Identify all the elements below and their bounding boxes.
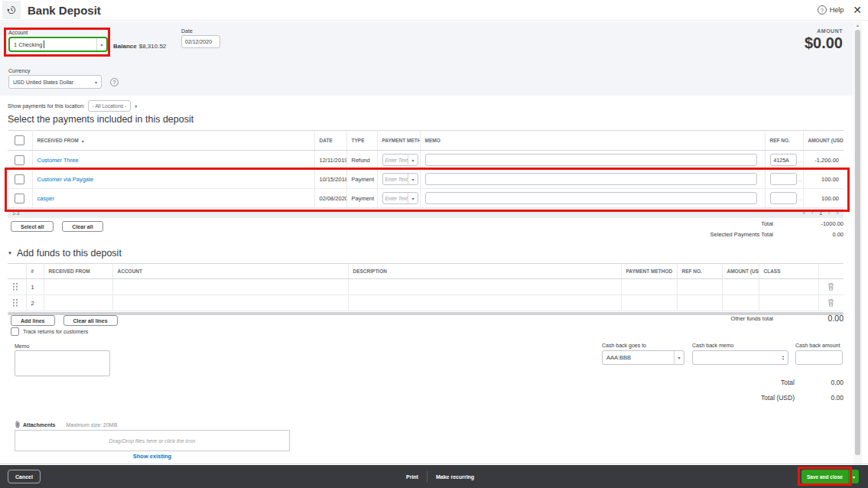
account-cell[interactable] — [112, 279, 348, 295]
scrollbar-thumb[interactable] — [855, 30, 860, 455]
add-funds-row[interactable]: 1 — [8, 279, 844, 295]
chevron-down-icon[interactable]: ▾ — [96, 38, 106, 50]
page-title: Bank Deposit — [28, 4, 101, 17]
clear-all-lines-button[interactable]: Clear all lines — [63, 315, 118, 326]
description-cell[interactable] — [348, 295, 621, 311]
ref-no-cell[interactable] — [677, 295, 722, 311]
account-cell[interactable] — [112, 295, 348, 311]
customer-link[interactable]: Customer via Paygate — [37, 176, 94, 183]
class-cell[interactable] — [759, 279, 818, 295]
cash-back-amount-input[interactable] — [795, 350, 843, 365]
ref-no-input[interactable] — [770, 192, 797, 204]
page-prev-icon[interactable]: ‹ — [811, 210, 813, 216]
spinner-down-icon[interactable]: ▼ — [782, 358, 785, 361]
description-cell[interactable] — [348, 279, 621, 295]
balance-line: Balance$8,310.52 — [113, 43, 166, 50]
cancel-button[interactable]: Cancel — [8, 470, 41, 483]
row-checkbox[interactable] — [15, 174, 24, 184]
payment-date: 02/08/2020 — [314, 189, 346, 208]
ref-no-cell[interactable] — [677, 279, 722, 295]
add-funds-row[interactable]: 2 — [8, 295, 844, 311]
received-from-cell[interactable] — [44, 295, 112, 311]
scroll-up-icon[interactable]: ▲ — [853, 23, 862, 28]
col-received-from[interactable]: RECEIVED FROM▲ — [32, 131, 314, 151]
save-options-caret-icon[interactable]: ▾ — [849, 470, 859, 483]
row-checkbox[interactable] — [15, 194, 24, 203]
print-button[interactable]: Print — [398, 474, 427, 480]
cash-back-memo-input[interactable]: ▲ ▼ — [692, 350, 788, 365]
attachments-dropzone[interactable]: Drag/Drop files here or click the icon — [15, 430, 290, 451]
add-funds-heading[interactable]: ▼Add funds to this deposit — [8, 248, 122, 259]
chevron-down-icon[interactable]: ▾ — [91, 76, 101, 88]
more-dots: .. — [798, 177, 803, 182]
page-next-icon[interactable]: › — [828, 210, 830, 216]
trash-icon[interactable] — [827, 282, 834, 291]
location-select[interactable]: - All Locations - — [88, 100, 131, 112]
cash-back-goes-to-label: Cash back goes to — [602, 343, 684, 348]
payment-method-select[interactable]: Enter Text▾ — [382, 192, 418, 204]
save-and-close-button[interactable]: Save and close — [801, 470, 848, 483]
balance-value: $8,310.52 — [139, 43, 167, 50]
col-date[interactable]: DATE — [314, 131, 346, 151]
memo-input[interactable] — [425, 154, 757, 166]
chevron-down-icon[interactable]: ▾ — [674, 351, 684, 364]
col-payment-method: PAYMENT METHOD — [621, 264, 677, 279]
chevron-down-icon[interactable]: ▾ — [408, 174, 418, 184]
help-link[interactable]: Help — [830, 6, 844, 14]
collapse-arrow-icon[interactable]: ▼ — [8, 251, 12, 255]
page-last-icon[interactable]: » — [836, 210, 839, 216]
class-cell[interactable] — [759, 295, 818, 311]
amount-cell[interactable] — [722, 295, 759, 311]
payment-method-select[interactable]: Enter Text▾ — [382, 173, 418, 185]
payment-type: Refund — [346, 151, 377, 170]
page-number[interactable]: 1 — [819, 210, 822, 216]
chevron-down-icon[interactable]: ▾ — [408, 155, 418, 165]
add-lines-button[interactable]: Add lines — [11, 315, 55, 326]
received-from-cell[interactable] — [44, 279, 112, 295]
currency-select[interactable]: USD United States Dollar ▾ — [8, 75, 102, 89]
select-all-checkbox[interactable] — [15, 135, 24, 145]
memo-input[interactable] — [425, 192, 757, 204]
currency-help-icon[interactable]: ? — [110, 78, 119, 86]
vertical-scrollbar[interactable]: ▲ — [853, 21, 862, 465]
customer-link[interactable]: casper — [37, 195, 55, 202]
col-description: DESCRIPTION — [348, 264, 621, 279]
payments-totals: Total-1000.00 Selected Payments Total0.0… — [581, 220, 844, 242]
customer-link[interactable]: Customer Three — [37, 157, 79, 164]
payment-method-cell[interactable] — [621, 295, 677, 311]
spinner[interactable]: ▲ ▼ — [779, 351, 788, 364]
amount-label: AMOUNT — [805, 28, 843, 34]
account-select[interactable]: 1 Checking ▾ — [8, 37, 108, 52]
col-payment-method[interactable]: PAYMENT METHOD — [377, 131, 420, 151]
track-returns-checkbox[interactable] — [11, 327, 19, 336]
col-type[interactable]: TYPE — [346, 131, 377, 151]
cash-back-goes-to-select[interactable]: AAA:BBB ▾ — [602, 350, 684, 365]
page-first-icon[interactable]: « — [802, 210, 805, 216]
date-label: Date — [181, 28, 193, 34]
col-ref-no[interactable]: REF NO. — [765, 131, 803, 151]
row-checkbox[interactable] — [15, 155, 24, 165]
chevron-down-icon[interactable]: ▾ — [408, 193, 418, 203]
payment-method-select[interactable]: Enter Text▾ — [382, 154, 418, 166]
chevron-down-icon[interactable]: ▾ — [135, 103, 137, 109]
select-all-button[interactable]: Select all — [11, 221, 54, 232]
drag-handle-icon[interactable] — [12, 298, 18, 307]
ref-no-input[interactable]: 4125A — [770, 154, 797, 166]
col-memo[interactable]: MEMO — [420, 131, 765, 151]
memo-textarea[interactable] — [15, 350, 110, 376]
payment-method-cell[interactable] — [621, 279, 677, 295]
show-existing-link[interactable]: Show existing — [15, 453, 290, 460]
amount-value: $0.00 — [805, 34, 843, 52]
make-recurring-button[interactable]: Make recurring — [427, 474, 483, 480]
drag-handle-icon[interactable] — [12, 282, 18, 291]
col-amount[interactable]: AMOUNT (USD) — [803, 131, 844, 151]
ref-no-input[interactable] — [770, 173, 797, 185]
trash-icon[interactable] — [827, 298, 834, 307]
recent-transactions-button[interactable] — [2, 1, 21, 19]
close-icon[interactable]: ✕ — [853, 4, 862, 16]
amount-cell[interactable] — [722, 279, 759, 295]
memo-input[interactable] — [425, 173, 757, 185]
date-input[interactable]: 02/12/2020 — [181, 35, 220, 48]
help-icon[interactable]: ? — [818, 5, 827, 15]
clear-all-button[interactable]: Clear all — [62, 221, 102, 232]
